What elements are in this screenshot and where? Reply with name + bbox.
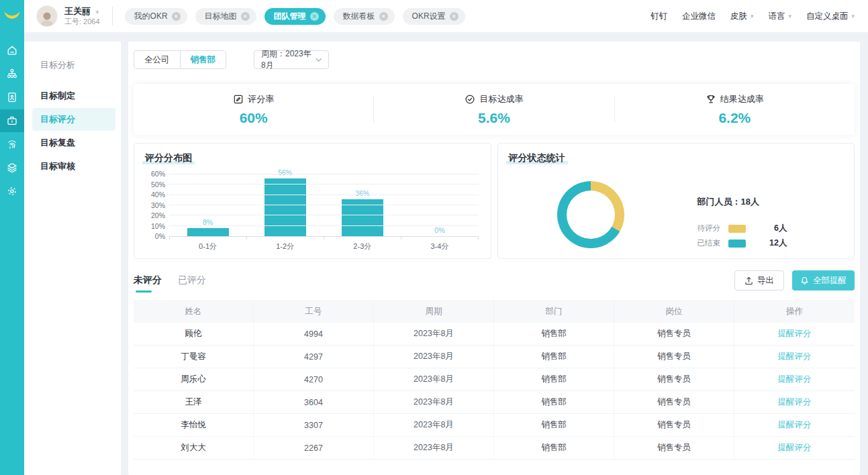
workspace-tab-label: 我的OKR bbox=[134, 11, 168, 22]
rail-gear-icon[interactable] bbox=[0, 180, 24, 203]
legend-swatch bbox=[728, 225, 746, 233]
cell-position: 销售专员 bbox=[614, 437, 734, 460]
main-content: 全公司 销售部 周期：2023年8月 评分率 60% 目标达成率 5.6% bbox=[128, 42, 860, 475]
x-axis-tick bbox=[246, 237, 247, 240]
tab-ungraded[interactable]: 未评分 bbox=[134, 274, 162, 286]
cell-name: 周乐心 bbox=[134, 368, 254, 391]
x-axis-tick bbox=[401, 237, 401, 240]
cell-employee-id: 4270 bbox=[254, 368, 374, 391]
export-button[interactable]: 导出 bbox=[734, 270, 784, 291]
donut-ring bbox=[557, 181, 624, 248]
scope-filter: 全公司 销售部 bbox=[134, 50, 226, 69]
scope-button-sales[interactable]: 销售部 bbox=[180, 51, 226, 68]
topbar-menu-label: 语言 bbox=[768, 11, 785, 22]
rail-layers-icon[interactable] bbox=[0, 156, 24, 179]
cell-department: 销售部 bbox=[494, 323, 614, 346]
y-axis-tick-label: 40% bbox=[140, 191, 165, 199]
cell-department: 销售部 bbox=[494, 414, 614, 437]
workspace-tab[interactable]: 团队管理 ✕ bbox=[264, 8, 326, 25]
rail-fingerprint-icon[interactable] bbox=[0, 133, 24, 156]
close-tab-icon[interactable]: ✕ bbox=[241, 12, 250, 21]
rail-doc-user-icon[interactable] bbox=[0, 86, 24, 109]
remind-score-link[interactable]: 提醒评分 bbox=[778, 351, 812, 362]
stat-score-rate: 评分率 60% bbox=[134, 84, 373, 135]
donut-hole bbox=[567, 191, 615, 239]
close-tab-icon[interactable]: ✕ bbox=[310, 12, 319, 21]
workspace-tab-label: 团队管理 bbox=[274, 11, 306, 22]
x-axis-label: 2-3分 bbox=[324, 242, 401, 252]
topbar-menu-item[interactable]: 语言 ▾ bbox=[768, 11, 791, 22]
cell-employee-id: 2267 bbox=[254, 437, 374, 460]
workspace-tab[interactable]: 数据看板 ✕ bbox=[334, 8, 395, 25]
close-tab-icon[interactable]: ✕ bbox=[450, 12, 459, 21]
sidebar-item-goal-setting[interactable]: 目标制定 bbox=[24, 85, 121, 107]
sidebar-item-goal-scoring[interactable]: 目标评分 bbox=[32, 108, 115, 131]
topbar-menu-label: 皮肤 bbox=[730, 11, 747, 22]
cell-position: 销售专员 bbox=[614, 391, 734, 414]
chart-title: 评分分布图 bbox=[145, 152, 192, 164]
remind-score-link[interactable]: 提醒评分 bbox=[778, 419, 812, 431]
stat-value: 6.2% bbox=[718, 110, 751, 126]
topbar-menu-item[interactable]: 自定义桌面 ▾ bbox=[806, 11, 855, 22]
workspace-tab[interactable]: 目标地图 ✕ bbox=[195, 8, 256, 25]
cell-employee-id: 4994 bbox=[254, 323, 374, 346]
remind-score-link[interactable]: 提醒评分 bbox=[778, 442, 812, 454]
legend-swatch bbox=[728, 240, 746, 248]
cell-name: 丁曼容 bbox=[134, 346, 254, 368]
charts-row: 评分分布图 0%10%20%30%40%50%60% 8%0-1分56%1-2分… bbox=[134, 143, 855, 259]
table-body: 顾伦 4994 2023年8月 销售部 销售专员 提醒评分 丁曼容 4297 2… bbox=[134, 323, 855, 460]
dept-count-value: 18人 bbox=[741, 197, 759, 207]
cell-employee-id: 3307 bbox=[254, 414, 374, 437]
workspace-tab[interactable]: OKR设置 ✕ bbox=[403, 8, 465, 25]
rail-briefcase-icon[interactable] bbox=[0, 109, 24, 132]
x-axis-tick bbox=[169, 237, 170, 240]
filter-row: 全公司 销售部 周期：2023年8月 bbox=[134, 50, 855, 69]
rail-org-icon[interactable] bbox=[0, 62, 24, 85]
sidebar-item-goal-review[interactable]: 目标复盘 bbox=[24, 131, 121, 154]
x-axis-tick bbox=[478, 237, 479, 240]
close-tab-icon[interactable]: ✕ bbox=[379, 12, 388, 21]
caret-down-icon: ▾ bbox=[751, 13, 754, 19]
avatar[interactable] bbox=[36, 5, 58, 27]
chevron-down-icon bbox=[316, 58, 322, 62]
topbar-menu-item[interactable]: 皮肤 ▾ bbox=[730, 11, 754, 22]
sidebar-item-goal-audit[interactable]: 目标审核 bbox=[24, 155, 121, 178]
y-axis-tick-label: 10% bbox=[140, 222, 165, 230]
workspace-tab[interactable]: 我的OKR ✕ bbox=[125, 8, 187, 25]
period-select[interactable]: 周期：2023年8月 bbox=[254, 50, 329, 69]
rail-home-icon[interactable] bbox=[0, 39, 24, 62]
cell-position: 销售专员 bbox=[614, 414, 734, 437]
topbar-menu-item[interactable]: 企业微信 bbox=[682, 11, 716, 22]
close-tab-icon[interactable]: ✕ bbox=[172, 12, 181, 21]
bar-value-label: 0% bbox=[401, 226, 478, 234]
stat-goal-completion: 目标达成率 5.6% bbox=[374, 84, 614, 135]
remind-score-link[interactable]: 提醒评分 bbox=[778, 328, 812, 339]
cell-position: 销售专员 bbox=[614, 346, 734, 368]
table-header-row: 姓名 工号 周期 部门 岗位 操作 bbox=[134, 300, 855, 323]
y-axis-tick-label: 60% bbox=[140, 170, 165, 178]
workspace-tab-label: 目标地图 bbox=[205, 11, 237, 22]
remind-all-button[interactable]: 全部提醒 bbox=[792, 270, 855, 291]
target-icon bbox=[465, 94, 475, 105]
remind-score-link[interactable]: 提醒评分 bbox=[778, 397, 812, 408]
cell-position: 销售专员 bbox=[614, 368, 734, 391]
user-name[interactable]: 王关丽 ▾ bbox=[64, 6, 100, 17]
cell-period: 2023年8月 bbox=[374, 346, 494, 368]
bar-value-label: 56% bbox=[246, 168, 324, 176]
remind-score-link[interactable]: 提醒评分 bbox=[778, 374, 812, 385]
smile-logo-icon bbox=[2, 9, 22, 23]
export-button-label: 导出 bbox=[757, 275, 774, 286]
topbar-menu-item[interactable]: 钉钉 bbox=[650, 11, 667, 22]
app-logo[interactable] bbox=[0, 0, 24, 32]
cell-period: 2023年8月 bbox=[374, 368, 494, 391]
scope-button-company[interactable]: 全公司 bbox=[134, 51, 180, 68]
trophy-icon bbox=[706, 94, 716, 105]
y-axis-tick-label: 20% bbox=[140, 211, 165, 219]
stat-label: 目标达成率 bbox=[479, 93, 523, 105]
tab-graded[interactable]: 已评分 bbox=[178, 274, 206, 286]
chart-title: 评分状态统计 bbox=[509, 152, 565, 164]
x-axis-tick bbox=[324, 237, 324, 240]
cell-period: 2023年8月 bbox=[374, 323, 494, 346]
legend-value: 6人 bbox=[746, 223, 787, 234]
bar-value-label: 36% bbox=[324, 189, 401, 197]
